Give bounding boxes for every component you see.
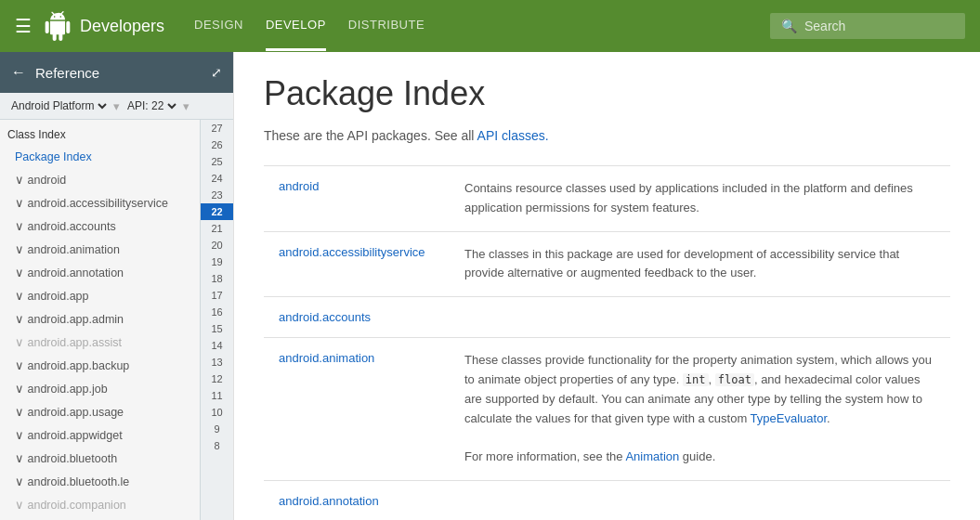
sidebar-item-android-bluetooth-le[interactable]: ∨ android.bluetooth.le	[0, 470, 200, 493]
package-link-annotation[interactable]: android.annotation	[279, 494, 379, 508]
api-23[interactable]: 23	[201, 187, 233, 203]
sidebar-item-android-accessibilityservice[interactable]: ∨ android.accessibilityservice	[0, 191, 200, 214]
page-title: Package Index	[264, 74, 950, 113]
sidebar-item-android-accounts[interactable]: ∨ android.accounts	[0, 214, 200, 238]
sidebar-item-android-content[interactable]: ∨ android.content	[0, 516, 200, 520]
api-27[interactable]: 27	[201, 120, 233, 136]
package-link-android[interactable]: android	[279, 179, 319, 193]
api-17[interactable]: 17	[201, 287, 233, 304]
package-name-cell: android.accessibilityservice	[264, 231, 450, 297]
android-logo-icon	[43, 11, 72, 41]
sidebar-item-android-app[interactable]: ∨ android.app	[0, 284, 200, 307]
expand-icon[interactable]: ⤢	[211, 65, 222, 80]
sidebar-item-android-app-backup[interactable]: ∨ android.app.backup	[0, 354, 200, 377]
sidebar-item-android-appwidget[interactable]: ∨ android.appwidget	[0, 423, 200, 447]
api-10[interactable]: 10	[201, 404, 233, 421]
filter-separator: ▾	[113, 99, 120, 113]
api-8[interactable]: 8	[201, 437, 233, 454]
api-classes-link[interactable]: API classes.	[477, 128, 549, 143]
sidebar-filter: Android Platform ▾ API: 22 ▾	[0, 93, 233, 120]
content-area: ← Reference ⤢ Android Platform ▾ API: 22…	[0, 52, 980, 520]
package-desc-accessibilityservice: The classes in this package are used for…	[450, 231, 950, 297]
api-9[interactable]: 9	[201, 421, 233, 437]
api-15[interactable]: 15	[201, 320, 233, 337]
sidebar-nav: Class Index Package Index ∨ android ∨ an…	[0, 120, 233, 520]
hamburger-icon[interactable]: ☰	[15, 15, 32, 37]
sidebar-item-android-app-admin[interactable]: ∨ android.app.admin	[0, 307, 200, 331]
sidebar-item-android-companion[interactable]: ∨ android.companion	[0, 493, 200, 516]
package-name-cell: android.accounts	[264, 297, 450, 338]
api-12[interactable]: 12	[201, 370, 233, 387]
nav-distribute[interactable]: DISTRIBUTE	[348, 1, 425, 51]
intro-text: These are the API packages. See all API …	[264, 128, 950, 143]
api-13[interactable]: 13	[201, 354, 233, 370]
package-desc-animation: These classes provide functionality for …	[450, 338, 950, 481]
sidebar-item-android-animation[interactable]: ∨ android.animation	[0, 238, 200, 261]
sidebar-title: Reference	[35, 65, 211, 81]
nav-develop[interactable]: DEVELOP	[266, 1, 326, 51]
api-14[interactable]: 14	[201, 337, 233, 354]
nav-links: DESIGN DEVELOP DISTRIBUTE	[194, 1, 770, 51]
table-row: android.annotation	[264, 480, 950, 520]
type-evaluator-link[interactable]: TypeEvaluator	[751, 411, 827, 425]
package-link-animation[interactable]: android.animation	[279, 351, 374, 365]
animation-guide-link[interactable]: Animation	[625, 449, 679, 463]
api-level-scroll: 27 26 25 24 23 22 21 20 19 18 17 16 15 1…	[200, 120, 233, 520]
table-row: android.accounts	[264, 297, 950, 338]
api-25[interactable]: 25	[201, 153, 233, 170]
api-18[interactable]: 18	[201, 270, 233, 287]
api-11[interactable]: 11	[201, 387, 233, 404]
back-arrow-icon[interactable]: ←	[11, 64, 26, 81]
package-link-accounts[interactable]: android.accounts	[279, 310, 371, 324]
sidebar-item-android-bluetooth[interactable]: ∨ android.bluetooth	[0, 447, 200, 470]
nav-design[interactable]: DESIGN	[194, 1, 243, 51]
api-20[interactable]: 20	[201, 237, 233, 254]
api-19[interactable]: 19	[201, 254, 233, 270]
sidebar: ← Reference ⤢ Android Platform ▾ API: 22…	[0, 52, 234, 520]
search-icon: 🔍	[781, 19, 797, 33]
package-link-accessibilityservice[interactable]: android.accessibilityservice	[279, 245, 425, 259]
table-row: android.accessibilityservice The classes…	[264, 231, 950, 297]
package-desc-android: Contains resource classes used by applic…	[450, 166, 950, 232]
brand-logo: Developers	[43, 11, 164, 41]
sidebar-item-android-app-usage[interactable]: ∨ android.app.usage	[0, 400, 200, 423]
sidebar-item-android-app-job[interactable]: ∨ android.app.job	[0, 377, 200, 400]
sidebar-item-package-index[interactable]: Package Index	[0, 146, 200, 168]
platform-select[interactable]: Android Platform	[7, 98, 110, 113]
package-desc-annotation	[450, 480, 950, 520]
sidebar-item-android-annotation[interactable]: ∨ android.annotation	[0, 261, 200, 284]
api-16[interactable]: 16	[201, 304, 233, 320]
sidebar-item-class-index[interactable]: Class Index	[0, 124, 200, 146]
table-row: android.animation These classes provide …	[264, 338, 950, 481]
package-name-cell: android	[264, 166, 450, 232]
intro-static: These are the API packages. See all	[264, 128, 474, 143]
package-table: android Contains resource classes used b…	[264, 165, 950, 520]
sidebar-item-android-app-assist[interactable]: ∨ android.app.assist	[0, 331, 200, 354]
package-name-cell: android.annotation	[264, 480, 450, 520]
table-row: android Contains resource classes used b…	[264, 166, 950, 232]
api-24[interactable]: 24	[201, 170, 233, 187]
package-name-cell: android.animation	[264, 338, 450, 481]
sidebar-header: ← Reference ⤢	[0, 52, 233, 93]
sidebar-list: Class Index Package Index ∨ android ∨ an…	[0, 120, 200, 520]
main-content: Package Index These are the API packages…	[234, 52, 980, 520]
brand-text: Developers	[80, 17, 164, 36]
search-box[interactable]: 🔍 Search	[770, 13, 965, 39]
package-desc-accounts	[450, 297, 950, 338]
api-dropdown-icon: ▾	[183, 99, 189, 113]
search-placeholder: Search	[804, 19, 845, 33]
api-22[interactable]: 22	[201, 203, 233, 220]
api-select[interactable]: API: 22	[124, 98, 179, 113]
top-nav: ☰ Developers DESIGN DEVELOP DISTRIBUTE 🔍…	[0, 0, 980, 52]
api-21[interactable]: 21	[201, 220, 233, 237]
sidebar-item-android[interactable]: ∨ android	[0, 168, 200, 191]
api-26[interactable]: 26	[201, 136, 233, 153]
